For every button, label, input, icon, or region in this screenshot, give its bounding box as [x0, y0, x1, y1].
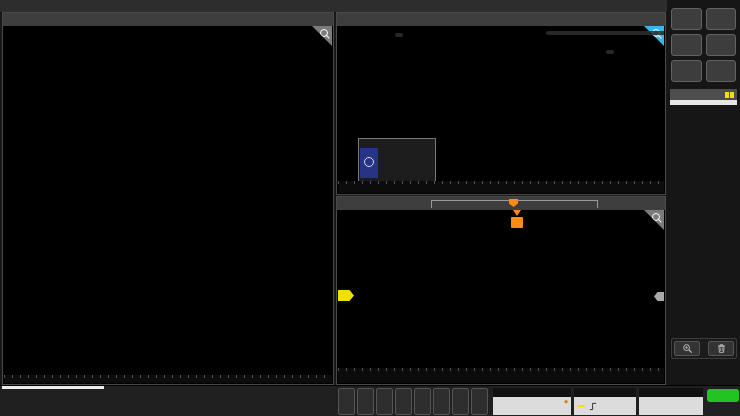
cursor-delta-readout: [546, 31, 664, 35]
spectrum-plot-area[interactable]: [338, 26, 664, 181]
trigger-panel[interactable]: [574, 388, 636, 415]
dvm-button[interactable]: [452, 388, 469, 415]
search-button[interactable]: [706, 34, 737, 56]
add-new-math-button[interactable]: [395, 388, 412, 415]
waveform-plot-area[interactable]: [338, 210, 664, 368]
trigger-arrow-icon: [513, 210, 521, 216]
add-new-ref-button[interactable]: [414, 388, 431, 415]
eye-plot-titlebar[interactable]: [3, 13, 333, 26]
meas1-badge[interactable]: [670, 89, 737, 105]
cursor-b-readout: [606, 50, 614, 54]
waveform-x-axis: [338, 368, 664, 383]
measure-button[interactable]: [671, 34, 702, 56]
box-zoom-icon: [682, 343, 693, 354]
results-table-button[interactable]: [671, 60, 702, 82]
rising-edge-icon: [589, 402, 598, 411]
note-button[interactable]: [706, 8, 737, 30]
triggered-status-badge: [707, 389, 739, 402]
trigger-source-badge: [577, 405, 585, 407]
trigger-flag[interactable]: [511, 217, 523, 228]
spectrum-x-axis: [338, 181, 664, 193]
sidebar-buttons: [667, 8, 740, 82]
sidebar-tool-icons: [671, 338, 737, 359]
afg-button[interactable]: [471, 388, 488, 415]
spectrum-plot: [336, 12, 666, 195]
trash-icon: [716, 343, 727, 354]
oscilloscope-screen: ◆: [0, 0, 740, 416]
trash-button[interactable]: [708, 341, 734, 356]
eye-diagram-waveform: [4, 26, 332, 375]
trigger-settings: [574, 397, 636, 415]
acquisition-title: [639, 388, 703, 397]
inset-mini-trace: [359, 147, 435, 179]
channel1-settings: [2, 386, 104, 389]
channel1-badge[interactable]: [2, 386, 104, 389]
zoom-cursor-button[interactable]: [674, 341, 700, 356]
add-new-bus-button[interactable]: [433, 388, 450, 415]
horizontal-panel[interactable]: ◆: [493, 388, 571, 415]
right-sidebar: [667, 0, 740, 385]
meas1-header[interactable]: [670, 89, 737, 100]
acquisition-settings: [639, 397, 703, 415]
channel4-button[interactable]: [376, 388, 393, 415]
channel1-waveform: [338, 210, 664, 368]
position-indicator-icon: ◆: [564, 398, 568, 404]
cursors-button[interactable]: [671, 8, 702, 30]
meas1-source-indicator-icon: [725, 92, 734, 98]
plot-button[interactable]: [706, 60, 737, 82]
acquisition-panel[interactable]: [639, 388, 703, 415]
channel3-button[interactable]: [357, 388, 374, 415]
channel2-button[interactable]: [338, 388, 355, 415]
eye-plot-area[interactable]: [4, 26, 332, 375]
cursor-a-readout: [395, 33, 403, 37]
eye-x-axis: [4, 375, 332, 383]
spectrum-plot-titlebar[interactable]: [337, 13, 665, 26]
eye-diagram-plot: [2, 12, 334, 385]
horizontal-title: [493, 388, 571, 397]
waveform-titlebar[interactable]: [337, 197, 665, 210]
trigger-title: [574, 388, 636, 397]
waveform-view-plot: [336, 196, 666, 385]
bottom-control-bar: ◆: [0, 385, 740, 416]
spectrum-overview-inset[interactable]: [358, 138, 436, 181]
horizontal-settings: ◆: [493, 397, 571, 415]
meas1-results: [670, 100, 737, 105]
